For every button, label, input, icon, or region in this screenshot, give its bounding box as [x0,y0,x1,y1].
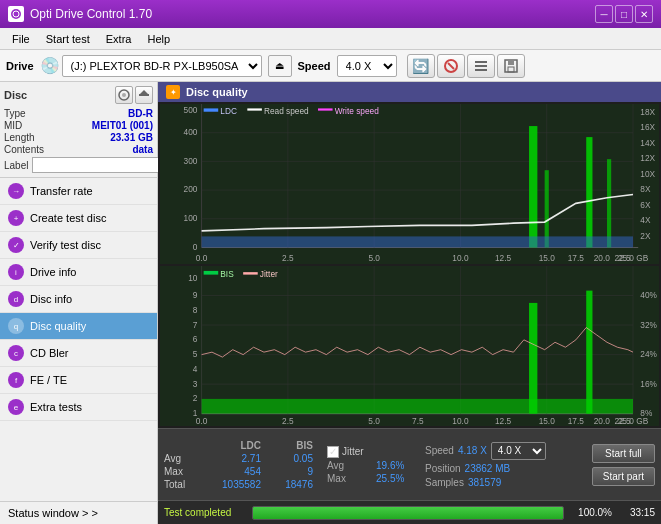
svg-text:8: 8 [193,304,198,315]
svg-rect-31 [202,236,633,247]
svg-text:8X: 8X [640,184,650,194]
menu-file[interactable]: File [4,31,38,47]
sidebar-item-drive-info[interactable]: i Drive info [0,259,157,286]
maximize-button[interactable]: □ [615,5,633,23]
svg-text:400: 400 [184,127,198,137]
svg-rect-29 [586,137,592,247]
disc-info-label: Disc info [30,293,72,305]
svg-text:17.5: 17.5 [568,415,584,426]
sidebar-item-disc-info[interactable]: d Disc info [0,286,157,313]
svg-text:15.0: 15.0 [539,252,555,262]
stats-bar: LDC BIS Avg 2.71 0.05 Max 454 9 Total 10… [158,428,661,500]
svg-text:14X: 14X [640,138,655,148]
sidebar-item-disc-quality[interactable]: q Disc quality [0,313,157,340]
svg-text:2: 2 [193,393,198,404]
drive-info-icon: i [8,264,24,280]
svg-text:0.0: 0.0 [196,252,208,262]
svg-text:6: 6 [193,334,198,345]
jitter-label: Jitter [342,446,364,457]
sidebar-item-cd-bler[interactable]: c CD Bler [0,340,157,367]
svg-text:9: 9 [193,289,198,300]
max-ldc: 454 [211,466,261,477]
disc-icon-btn-2[interactable] [135,86,153,104]
sidebar-item-transfer-rate[interactable]: → Transfer rate [0,178,157,205]
svg-text:12.5: 12.5 [495,415,511,426]
samples-value: 381579 [468,477,501,488]
disc-quality-label: Disc quality [30,320,86,332]
svg-text:2.5: 2.5 [282,415,294,426]
menu-bar: File Start test Extra Help [0,28,661,50]
save-button[interactable] [497,54,525,78]
svg-text:2X: 2X [640,230,650,240]
svg-rect-8 [508,60,514,65]
mid-label: MID [4,120,22,131]
svg-rect-12 [139,94,149,96]
eject-button[interactable]: ⏏ [268,55,292,77]
svg-rect-77 [586,291,592,414]
mid-value: MEIT01 (001) [92,120,153,131]
svg-text:5: 5 [193,348,198,359]
svg-rect-5 [475,65,487,67]
refresh-button[interactable]: 🔄 [407,54,435,78]
sidebar-item-fe-te[interactable]: f FE / TE [0,367,157,394]
svg-rect-76 [529,303,537,414]
menu-start-test[interactable]: Start test [38,31,98,47]
svg-rect-28 [545,170,549,247]
svg-rect-4 [475,61,487,63]
create-test-disc-label: Create test disc [30,212,106,224]
svg-text:10: 10 [188,272,197,283]
svg-rect-61 [318,108,333,110]
disc-quality-icon: q [8,318,24,334]
type-label: Type [4,108,26,119]
svg-line-3 [448,63,454,69]
sidebar-item-verify-test-disc[interactable]: ✓ Verify test disc [0,232,157,259]
max-label: Max [164,466,209,477]
contents-label: Contents [4,144,44,155]
menu-help[interactable]: Help [139,31,178,47]
contents-value: data [132,144,153,155]
minimize-button[interactable]: ─ [595,5,613,23]
close-button[interactable]: ✕ [635,5,653,23]
svg-text:12.5: 12.5 [495,252,511,262]
avg-bis: 0.05 [263,453,313,464]
svg-text:0.0: 0.0 [196,415,208,426]
speed-stat-label: Speed [425,445,454,456]
disc-icon-btn-1[interactable] [115,86,133,104]
status-window-button[interactable]: Status window > > [0,501,157,524]
svg-text:2.5: 2.5 [282,252,294,262]
start-part-button[interactable]: Start part [592,467,655,486]
speed-select[interactable]: 4.0 X [337,55,397,77]
label-input[interactable] [32,157,165,173]
settings-button[interactable] [467,54,495,78]
bis-chart: 1 2 3 4 5 6 7 8 9 10 40% 32% 24% 16% 8% [160,266,659,426]
status-text: Test completed [164,507,244,518]
avg-ldc: 2.71 [211,453,261,464]
fe-te-label: FE / TE [30,374,67,386]
svg-text:500: 500 [184,105,198,115]
svg-text:16%: 16% [640,378,657,389]
drive-icon: 💿 [40,56,60,75]
sidebar-item-extra-tests[interactable]: e Extra tests [0,394,157,421]
svg-rect-59 [247,108,262,110]
svg-text:4: 4 [193,363,198,374]
sidebar-item-create-test-disc[interactable]: + Create test disc [0,205,157,232]
disc-quality-header: ✦ Disc quality [158,82,661,102]
svg-text:5.0: 5.0 [368,415,380,426]
drive-select[interactable]: (J:) PLEXTOR BD-R PX-LB950SA 1.06 [62,55,262,77]
svg-text:40%: 40% [640,289,657,300]
main-layout: Disc Type BD-R MID MEIT01 (001) [0,82,661,524]
svg-rect-106 [243,272,258,274]
charts-wrapper: 0 100 200 300 400 500 18X 16X 14X 12X 10… [158,102,661,428]
drive-label: Drive [6,60,34,72]
disc-quality-header-icon: ✦ [166,85,180,99]
svg-marker-13 [140,90,148,94]
disc-info-icon: d [8,291,24,307]
jitter-checkbox[interactable]: ✓ [327,446,339,458]
svg-rect-6 [475,69,487,71]
verify-test-disc-icon: ✓ [8,237,24,253]
disc-section: Disc Type BD-R MID MEIT01 (001) [0,82,157,178]
speed-stat-select[interactable]: 4.0 X [491,442,546,460]
erase-button[interactable] [437,54,465,78]
start-full-button[interactable]: Start full [592,444,655,463]
menu-extra[interactable]: Extra [98,31,140,47]
